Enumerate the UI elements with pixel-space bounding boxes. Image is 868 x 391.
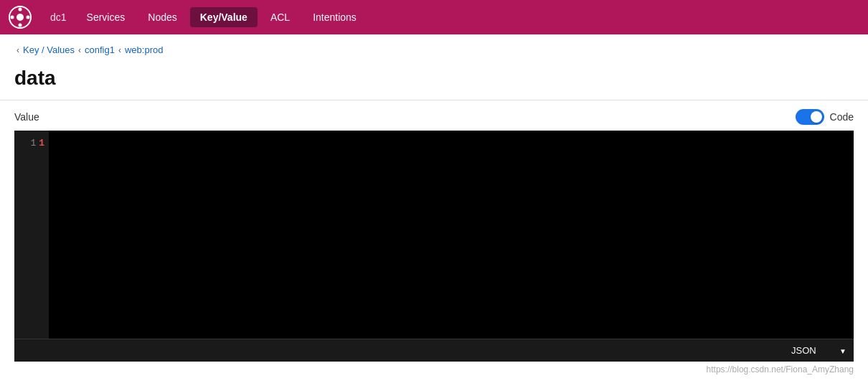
code-editor[interactable]: 1 1 [14,131,854,339]
toggle-thumb [811,111,822,123]
page-title-section: data [0,62,868,100]
breadcrumb-kv[interactable]: Key / Values [23,44,75,55]
main-content: Value Code 1 1 JSON YAML Plain Text [0,100,868,362]
consul-logo [9,6,32,29]
datacenter-label: dc1 [43,7,74,27]
nav-item-nodes[interactable]: Nodes [138,7,187,27]
page-title: data [14,67,854,90]
top-navigation: dc1 Services Nodes Key/Value ACL Intenti… [0,0,868,34]
breadcrumb: ‹ Key / Values ‹ config1 ‹ web:prod [0,34,868,62]
nav-item-acl[interactable]: ACL [260,7,300,27]
code-toggle-switch[interactable] [796,109,824,125]
format-select[interactable]: JSON YAML Plain Text Base64 [786,344,848,357]
watermark-text: https://blog.csdn.net/Fiona_AmyZhang [707,364,854,374]
value-header: Value Code [14,100,854,131]
code-toggle-group: Code [796,109,854,125]
line-num-text: 1 [30,136,36,151]
svg-point-1 [16,14,24,21]
watermark: https://blog.csdn.net/Fiona_AmyZhang [0,362,868,377]
breadcrumb-webprod[interactable]: web:prod [125,44,163,55]
editor-body[interactable] [49,131,854,339]
line-numbers-gutter: 1 1 [14,131,49,339]
svg-point-4 [11,16,14,19]
breadcrumb-config1[interactable]: config1 [85,44,115,55]
value-label: Value [14,111,39,123]
editor-bottombar: JSON YAML Plain Text Base64 ▼ [14,339,854,362]
code-toggle-label: Code [830,111,854,123]
nav-item-keyvalue[interactable]: Key/Value [190,7,258,27]
svg-point-2 [19,8,22,11]
line-number-1: 1 1 [30,136,44,151]
svg-point-5 [27,16,30,19]
line-highlight-marker: 1 [39,136,44,151]
breadcrumb-sep-2: ‹ [118,45,121,55]
nav-item-intentions[interactable]: Intentions [303,7,367,27]
nav-item-services[interactable]: Services [77,7,136,27]
format-select-wrapper[interactable]: JSON YAML Plain Text Base64 ▼ [786,344,848,357]
breadcrumb-sep-0: ‹ [16,45,19,55]
breadcrumb-sep-1: ‹ [78,45,81,55]
svg-point-3 [19,24,22,27]
